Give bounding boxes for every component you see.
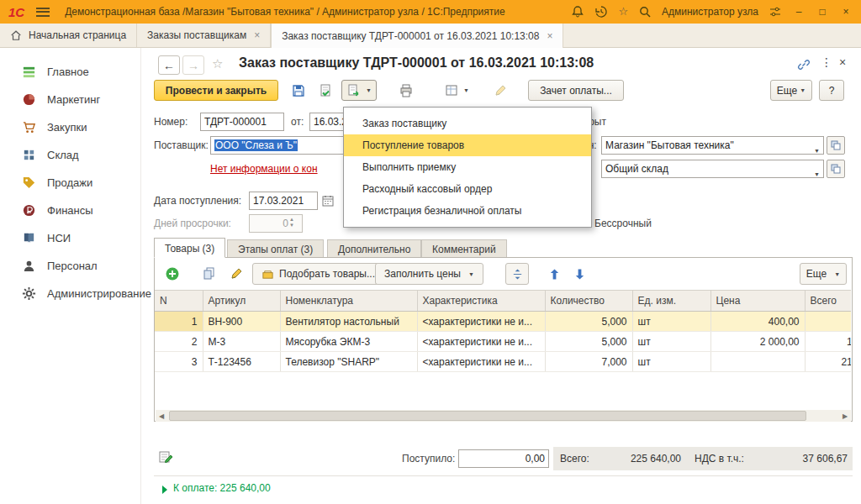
menu-item-perform-acceptance[interactable]: Выполнить приемку: [344, 156, 591, 178]
col-n[interactable]: N: [155, 291, 203, 312]
receipt-date-field[interactable]: 17.03.2021: [249, 192, 318, 210]
move-row-down-button[interactable]: [568, 263, 590, 285]
favorites-star-icon[interactable]: ☆: [618, 5, 628, 18]
cell-characteristic[interactable]: <характеристики не и...: [417, 312, 545, 332]
cell-nomenclature[interactable]: Мясорубка ЭКМ-3: [280, 332, 417, 352]
spin-down-icon[interactable]: ▼: [289, 223, 294, 228]
tab-goods[interactable]: Товары (3): [154, 238, 225, 258]
menu-item-goods-receipt[interactable]: Поступление товаров: [344, 134, 591, 156]
current-user[interactable]: Администратор узла: [662, 6, 758, 18]
expand-rows-button[interactable]: [505, 263, 529, 285]
horizontal-scrollbar[interactable]: ◀ ▶: [156, 410, 851, 422]
tab-comment[interactable]: Комментарий: [421, 239, 507, 258]
pick-goods-button[interactable]: Подобрать товары...: [252, 263, 384, 285]
hamburger-menu-icon[interactable]: [36, 8, 50, 17]
sidebar-item-sklad[interactable]: Склад: [0, 141, 140, 169]
caret-down-icon[interactable]: ▼: [814, 143, 820, 155]
sidebar-item-zakupki[interactable]: Закупки: [0, 113, 140, 141]
received-field[interactable]: 0,00: [458, 449, 549, 468]
number-field[interactable]: ТДРТ-000001: [200, 113, 284, 131]
back-button[interactable]: ←: [158, 55, 180, 75]
cell-total[interactable]: 10 000,00: [805, 332, 851, 352]
create-based-on-button[interactable]: ▼: [341, 80, 377, 101]
cell-unit[interactable]: шт: [632, 352, 710, 372]
minimize-button[interactable]: –: [792, 6, 806, 18]
sidebar-item-administrirovanie[interactable]: Администрирование: [0, 280, 140, 307]
offset-payment-button[interactable]: Зачет оплаты...: [528, 80, 624, 101]
add-row-button[interactable]: [161, 263, 183, 285]
cell-n[interactable]: 1: [155, 312, 203, 332]
store-open-button[interactable]: [827, 136, 845, 155]
cell-price[interactable]: [710, 352, 805, 372]
tab-supplier-order-document[interactable]: Заказ поставщику ТДРТ-000001 от 16.03.20…: [271, 24, 563, 48]
post-and-close-button[interactable]: Провести и закрыть: [154, 80, 278, 101]
scrollbar-thumb[interactable]: [169, 411, 806, 421]
edit-row-button[interactable]: [225, 263, 247, 285]
comment-note-icon[interactable]: [158, 449, 173, 467]
grid-more-button[interactable]: Еще ▼: [800, 263, 847, 285]
col-nomenclature[interactable]: Номенклатура: [280, 291, 417, 312]
help-button[interactable]: ?: [819, 80, 844, 101]
cell-article[interactable]: М-3: [203, 332, 280, 352]
cell-n[interactable]: 2: [155, 332, 203, 352]
cell-characteristic[interactable]: <характеристики не и...: [417, 352, 545, 372]
user-settings-sliders-icon[interactable]: [769, 5, 782, 18]
save-button[interactable]: [288, 80, 309, 101]
col-characteristic[interactable]: Характеристика: [417, 291, 545, 312]
cell-unit[interactable]: шт: [632, 312, 710, 332]
spin-up-icon[interactable]: ▲: [289, 217, 294, 222]
cell-total[interactable]: 2 000,00: [805, 312, 851, 332]
sidebar-item-marketing[interactable]: Маркетинг: [0, 86, 140, 113]
reports-button[interactable]: ▼: [439, 80, 474, 101]
search-icon[interactable]: [638, 5, 652, 18]
warehouse-combo[interactable]: Общий склад ▼: [601, 160, 824, 178]
menu-item-supplier-order[interactable]: Заказ поставщику: [344, 113, 591, 134]
post-document-button[interactable]: [314, 80, 336, 101]
tab-additional[interactable]: Дополнительно: [327, 239, 421, 258]
move-row-up-button[interactable]: [543, 263, 565, 285]
col-quantity[interactable]: Количество: [545, 291, 632, 312]
cell-article[interactable]: ВН-900: [203, 312, 280, 332]
favorite-star-icon[interactable]: ☆: [212, 56, 223, 71]
copy-row-button[interactable]: [198, 263, 220, 285]
cell-n[interactable]: 3: [155, 352, 203, 372]
menu-item-cashless-payment-registration[interactable]: Регистрация безналичной оплаты: [344, 200, 591, 222]
cell-quantity[interactable]: 5,000: [545, 312, 632, 332]
col-unit[interactable]: Ед. изм.: [632, 291, 710, 312]
tab-close-icon[interactable]: ×: [547, 30, 552, 42]
scroll-right-icon[interactable]: ▶: [839, 410, 851, 422]
more-button[interactable]: Еще ▼: [770, 80, 812, 101]
sidebar-item-glavnoe[interactable]: Главное: [0, 58, 140, 86]
col-total[interactable]: Всего: [805, 291, 851, 312]
store-combo[interactable]: Магазин "Бытовая техника" ▼: [601, 136, 824, 155]
close-document-icon[interactable]: ×: [836, 55, 849, 69]
cell-quantity[interactable]: 5,000: [545, 332, 632, 352]
maximize-button[interactable]: □: [816, 6, 829, 18]
fill-prices-button[interactable]: Заполнить цены ▼: [375, 263, 483, 285]
sidebar-item-finansy[interactable]: Финансы: [0, 197, 140, 224]
cell-nomenclature[interactable]: Вентилятор настольный: [280, 312, 417, 332]
cell-quantity[interactable]: 7,000: [545, 352, 632, 372]
scroll-left-icon[interactable]: ◀: [156, 410, 167, 422]
sidebar-item-nsi[interactable]: НСИ: [0, 224, 140, 252]
notifications-bell-icon[interactable]: [571, 5, 584, 18]
get-link-icon[interactable]: [797, 58, 811, 74]
cell-article[interactable]: Т-123456: [203, 352, 280, 372]
cell-total[interactable]: 213 640,00: [805, 352, 851, 372]
print-button[interactable]: [395, 80, 417, 101]
menu-item-cash-outflow-order[interactable]: Расходный кассовый ордер: [344, 178, 591, 200]
calendar-icon[interactable]: [321, 194, 335, 210]
table-row[interactable]: 2 М-3 Мясорубка ЭКМ-3 <характеристики не…: [155, 332, 851, 352]
kebab-menu-icon[interactable]: ⋮: [820, 55, 833, 69]
no-contact-info-link[interactable]: Нет информации о кон: [210, 160, 318, 178]
table-row[interactable]: 3 Т-123456 Телевизор "SHARP" <характерис…: [155, 352, 851, 372]
col-article[interactable]: Артикул: [203, 291, 280, 312]
col-price[interactable]: Цена: [710, 291, 805, 312]
cell-nomenclature[interactable]: Телевизор "SHARP": [280, 352, 417, 372]
close-window-button[interactable]: ×: [839, 6, 853, 18]
tab-payment-stages[interactable]: Этапы оплат (3): [227, 239, 324, 258]
cell-price[interactable]: 2 000,00: [710, 332, 805, 352]
tab-supplier-orders-list[interactable]: Заказы поставщикам ×: [137, 24, 271, 47]
overdue-spinner[interactable]: ▲ ▼: [289, 217, 294, 228]
supplier-field[interactable]: ООО "Слеза и Ъ": [210, 136, 345, 155]
